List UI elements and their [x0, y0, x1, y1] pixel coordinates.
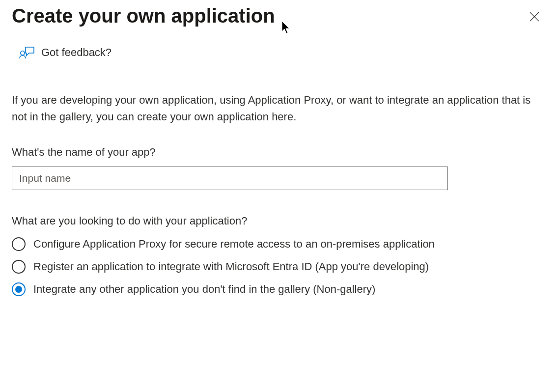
feedback-link[interactable]: Got feedback? — [12, 28, 545, 69]
purpose-radio-group: Configure Application Proxy for secure r… — [12, 237, 545, 296]
radio-option-label: Register an application to integrate wit… — [33, 260, 429, 273]
panel-title: Create your own application — [12, 4, 275, 28]
radio-option-app-proxy[interactable]: Configure Application Proxy for secure r… — [12, 237, 545, 251]
radio-option-register-app[interactable]: Register an application to integrate wit… — [12, 260, 545, 274]
radio-circle-selected — [12, 282, 26, 296]
close-icon — [529, 11, 540, 23]
close-button[interactable] — [526, 8, 543, 26]
radio-option-non-gallery[interactable]: Integrate any other application you don'… — [12, 282, 545, 296]
feedback-icon — [19, 45, 35, 60]
app-name-input[interactable] — [12, 167, 448, 190]
radio-option-label: Configure Application Proxy for secure r… — [33, 238, 435, 251]
app-name-label: What's the name of your app? — [12, 146, 545, 159]
radio-option-label: Integrate any other application you don'… — [33, 283, 375, 296]
radio-circle — [12, 237, 26, 251]
panel-description: If you are developing your own applicati… — [12, 69, 545, 125]
purpose-label: What are you looking to do with your app… — [12, 215, 545, 227]
radio-circle — [12, 260, 26, 274]
svg-point-2 — [21, 51, 25, 55]
feedback-label: Got feedback? — [41, 46, 111, 59]
